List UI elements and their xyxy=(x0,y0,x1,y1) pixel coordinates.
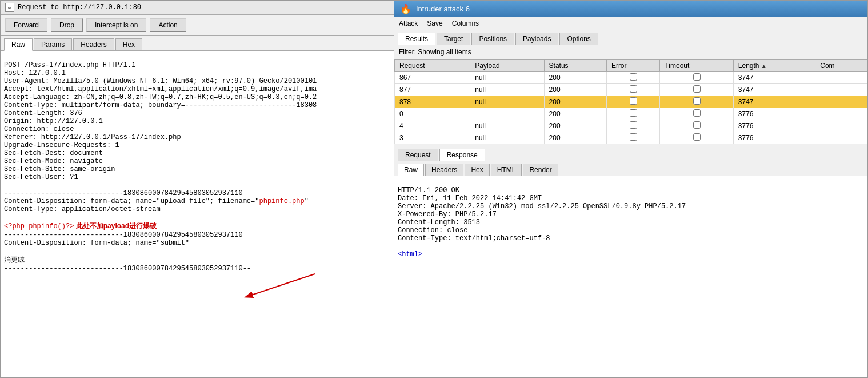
bottom-tab-response[interactable]: Response xyxy=(439,149,485,161)
tab-options[interactable]: Options xyxy=(559,33,598,45)
response-text: HTTP/1.1 200 OK Date: Fri, 11 Feb 2022 1… xyxy=(398,186,686,242)
menu-save[interactable]: Save xyxy=(427,19,442,27)
html-tag: <html> xyxy=(398,250,422,258)
table-row[interactable]: 3null2003776 xyxy=(395,132,867,144)
response-tab-raw[interactable]: Raw xyxy=(398,164,424,176)
bottom-tabs: Request Response xyxy=(394,146,867,161)
table-row[interactable]: 878null2003747 xyxy=(395,96,867,108)
intruder-icon: 🔥 xyxy=(400,3,411,14)
arrow-annotation-svg xyxy=(229,268,343,303)
svg-line-0 xyxy=(246,274,315,297)
request-body[interactable]: POST /Pass-17/index.php HTTP/1.1 Host: 1… xyxy=(1,51,394,377)
filename-highlight: phpinfo.php xyxy=(259,197,304,205)
col-com[interactable]: Com xyxy=(815,60,867,72)
col-error[interactable]: Error xyxy=(606,60,660,72)
bottom-tab-request[interactable]: Request xyxy=(398,149,438,161)
intercept-button[interactable]: Intercept is on xyxy=(86,18,146,32)
intruder-tabs: Results Target Positions Payloads Option… xyxy=(394,30,867,45)
col-request[interactable]: Request xyxy=(395,60,470,72)
forward-button[interactable]: Forward xyxy=(5,18,47,32)
pencil-icon: ✏ xyxy=(5,3,14,12)
intruder-title: Intruder attack 6 xyxy=(416,5,470,13)
table-row[interactable]: 4null2003776 xyxy=(395,120,867,132)
results-container[interactable]: Request Payload Status Error Timeout Len… xyxy=(394,59,867,144)
tab-params[interactable]: Params xyxy=(34,38,72,50)
tab-results[interactable]: Results xyxy=(398,33,435,45)
request-line-3: -----------------------------18308600078… xyxy=(4,231,251,273)
drop-button[interactable]: Drop xyxy=(51,18,83,32)
results-table: Request Payload Status Error Timeout Len… xyxy=(394,59,867,144)
response-body[interactable]: HTTP/1.1 200 OK Date: Fri, 11 Feb 2022 1… xyxy=(394,176,867,377)
annotation-chinese: 此处不加payload进行爆破 xyxy=(74,222,157,230)
response-tab-html[interactable]: HTML xyxy=(491,164,522,176)
response-inner-tabs: Raw Headers Hex HTML Render xyxy=(394,161,867,176)
tab-headers[interactable]: Headers xyxy=(73,38,114,50)
table-row[interactable]: 867null2003747 xyxy=(395,72,867,84)
col-payload[interactable]: Payload xyxy=(470,60,544,72)
request-tabs: Raw Params Headers Hex xyxy=(1,36,394,51)
col-length[interactable]: Length ▲ xyxy=(733,60,815,72)
title-text: Request to http://127.0.0.1:80 xyxy=(18,3,141,11)
col-timeout[interactable]: Timeout xyxy=(660,60,733,72)
response-tab-hex[interactable]: Hex xyxy=(465,164,489,176)
tab-payloads[interactable]: Payloads xyxy=(515,33,558,45)
intruder-menu: Attack Save Columns xyxy=(394,17,867,30)
left-panel: ✏ Request to http://127.0.0.1:80 Forward… xyxy=(0,0,394,378)
tab-positions[interactable]: Positions xyxy=(471,33,514,45)
intruder-titlebar: 🔥 Intruder attack 6 xyxy=(394,1,867,17)
tab-raw[interactable]: Raw xyxy=(4,38,33,51)
table-header-row: Request Payload Status Error Timeout Len… xyxy=(395,60,867,72)
tab-hex[interactable]: Hex xyxy=(115,38,142,50)
request-line-1: POST /Pass-17/index.php HTTP/1.1 Host: 1… xyxy=(4,61,317,205)
table-row[interactable]: 877null2003747 xyxy=(395,84,867,96)
filter-text: Filter: Showing all items xyxy=(399,48,471,56)
php-code-highlight: <?php phpinfo()?> xyxy=(4,222,74,230)
action-button[interactable]: Action xyxy=(150,18,186,32)
response-tab-render[interactable]: Render xyxy=(523,164,558,176)
menu-columns[interactable]: Columns xyxy=(452,19,479,27)
table-row[interactable]: 02003776 xyxy=(395,108,867,120)
col-status[interactable]: Status xyxy=(544,60,606,72)
menu-attack[interactable]: Attack xyxy=(399,19,418,27)
tab-target[interactable]: Target xyxy=(437,33,470,45)
response-tab-headers[interactable]: Headers xyxy=(425,164,463,176)
title-bar: ✏ Request to http://127.0.0.1:80 xyxy=(1,1,394,15)
toolbar: Forward Drop Intercept is on Action xyxy=(1,15,394,36)
right-panel: 🔥 Intruder attack 6 Attack Save Columns … xyxy=(394,0,868,378)
filter-bar: Filter: Showing all items xyxy=(394,45,867,59)
